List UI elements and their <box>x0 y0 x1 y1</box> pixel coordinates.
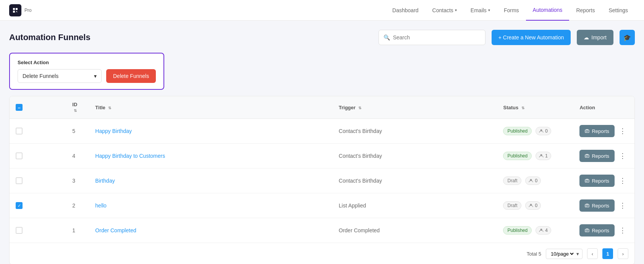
id-sort-icon: ⇅ <box>74 109 77 113</box>
total-label: Total 5 <box>527 251 541 257</box>
page-size-select[interactable]: 10/page 20/page 50/page <box>549 251 575 257</box>
row-status-cell: Published 4 <box>497 218 573 243</box>
status-badge: Published <box>503 152 532 160</box>
next-page-button[interactable]: › <box>618 248 628 259</box>
status-badge: Published <box>503 127 532 135</box>
row-title: Happy Birthday to Customers <box>89 144 332 168</box>
th-status: Status ⇅ <box>497 96 573 119</box>
row-checkbox-cell <box>10 193 66 218</box>
create-automation-button[interactable]: + Create a New Automation <box>492 30 571 45</box>
pagination-bar: Total 5 10/page 20/page 50/page ▾ ‹ 1 › <box>10 243 634 264</box>
logo-area: Pro <box>9 4 32 16</box>
status-badge: Published <box>503 226 532 235</box>
main-content: Automation Funnels 🔍 + Create a New Auto… <box>0 21 644 264</box>
row-status-cell: Published 1 <box>497 144 573 168</box>
row-trigger: List Applied <box>333 193 497 218</box>
action-select[interactable]: Delete Funnels <box>23 73 91 79</box>
nav-emails[interactable]: Emails ▾ <box>464 0 497 21</box>
row-title: Happy Birthday <box>89 119 332 144</box>
contacts-caret: ▾ <box>455 8 457 12</box>
page-header: Automation Funnels 🔍 + Create a New Auto… <box>9 30 635 45</box>
search-input[interactable] <box>393 34 481 40</box>
subscriber-badge: 0 <box>525 177 541 185</box>
reports-button[interactable]: Reports <box>579 224 615 236</box>
more-options-button[interactable]: ⋮ <box>617 225 628 236</box>
status-badge: Draft <box>503 201 521 210</box>
subscriber-badge: 4 <box>536 226 551 235</box>
row-id: 3 <box>66 168 89 193</box>
th-title: Title ⇅ <box>89 96 332 119</box>
funnels-table: ID ⇅ Title ⇅ Trigger ⇅ Status ⇅ Action <box>10 96 634 243</box>
logo-icon <box>9 4 21 16</box>
funnels-table-container: ID ⇅ Title ⇅ Trigger ⇅ Status ⇅ Action <box>9 96 635 264</box>
more-options-button[interactable]: ⋮ <box>617 175 628 186</box>
import-button[interactable]: ☁ Import <box>577 30 613 45</box>
nav-settings[interactable]: Settings <box>602 0 635 21</box>
row-checkbox[interactable] <box>16 152 23 159</box>
select-caret-icon: ▾ <box>94 73 97 79</box>
prev-page-button[interactable]: ‹ <box>587 248 598 259</box>
reports-button[interactable]: Reports <box>579 125 615 137</box>
nav-reports[interactable]: Reports <box>569 0 602 21</box>
table-row: 4 Happy Birthday to Customers Contact's … <box>10 144 634 168</box>
row-checkbox-cell <box>10 144 66 168</box>
reports-button[interactable]: Reports <box>579 175 615 187</box>
title-sort-icon: ⇅ <box>108 106 111 110</box>
table-wrap: ID ⇅ Title ⇅ Trigger ⇅ Status ⇅ Action <box>10 96 634 243</box>
more-options-button[interactable]: ⋮ <box>617 150 628 162</box>
funnel-title-link[interactable]: Happy Birthday <box>95 128 132 134</box>
row-action-cell: Reports ⋮ <box>573 218 634 243</box>
select-action-label: Select Action <box>18 60 156 65</box>
page-size-select-wrapper: 10/page 20/page 50/page ▾ <box>546 249 583 259</box>
th-action: Action <box>573 96 634 119</box>
row-checkbox[interactable] <box>16 177 23 184</box>
row-status-cell: Published 0 <box>497 119 573 144</box>
page-title: Automation Funnels <box>9 32 372 42</box>
row-status-cell: Draft 0 <box>497 168 573 193</box>
graduation-icon-button[interactable]: 🎓 <box>620 30 635 45</box>
funnel-title-link[interactable]: Happy Birthday to Customers <box>95 153 165 159</box>
row-trigger: Contact's Birthday <box>333 119 497 144</box>
trigger-sort-icon: ⇅ <box>358 106 361 110</box>
row-trigger: Contact's Birthday <box>333 168 497 193</box>
row-id: 1 <box>66 218 89 243</box>
row-id: 4 <box>66 144 89 168</box>
more-options-button[interactable]: ⋮ <box>617 125 628 137</box>
funnel-title-link[interactable]: Birthday <box>95 178 115 184</box>
current-page-number: 1 <box>602 248 613 259</box>
subscriber-badge: 0 <box>525 201 541 210</box>
delete-funnels-button[interactable]: Delete Funnels <box>106 69 156 83</box>
table-row: 5 Happy Birthday Contact's Birthday Publ… <box>10 119 634 144</box>
row-checkbox[interactable] <box>16 202 23 209</box>
search-icon: 🔍 <box>383 34 390 40</box>
status-sort-icon: ⇅ <box>521 106 524 110</box>
row-action-cell: Reports ⋮ <box>573 193 634 218</box>
nav-links: Dashboard Contacts ▾ Emails ▾ Forms Auto… <box>385 0 635 20</box>
nav-contacts[interactable]: Contacts ▾ <box>426 0 464 21</box>
table-body: 5 Happy Birthday Contact's Birthday Publ… <box>10 119 634 243</box>
row-checkbox[interactable] <box>16 128 23 134</box>
reports-button[interactable]: Reports <box>579 150 615 162</box>
more-options-button[interactable]: ⋮ <box>617 200 628 211</box>
reports-button[interactable]: Reports <box>579 199 615 212</box>
table-row: 2 hello List Applied Draft 0 Reports ⋮ <box>10 193 634 218</box>
search-box: 🔍 <box>379 30 485 45</box>
nav-forms[interactable]: Forms <box>497 0 526 21</box>
nav-dashboard[interactable]: Dashboard <box>385 0 426 21</box>
row-action-cell: Reports ⋮ <box>573 119 634 144</box>
funnel-title-link[interactable]: hello <box>95 202 107 209</box>
table-row: 1 Order Completed Order Completed Publis… <box>10 218 634 243</box>
th-trigger: Trigger ⇅ <box>333 96 497 119</box>
status-badge: Draft <box>503 177 521 185</box>
select-action-box: Select Action Delete Funnels ▾ Delete Fu… <box>9 53 164 90</box>
row-status-cell: Draft 0 <box>497 193 573 218</box>
row-trigger: Contact's Birthday <box>333 144 497 168</box>
cloud-icon: ☁ <box>584 34 589 40</box>
action-select-wrapper: Delete Funnels ▾ <box>18 69 102 83</box>
select-all-checkbox[interactable] <box>16 104 23 111</box>
row-checkbox[interactable] <box>16 227 23 234</box>
funnel-title-link[interactable]: Order Completed <box>95 227 136 233</box>
row-checkbox-cell <box>10 218 66 243</box>
nav-automations[interactable]: Automations <box>526 0 570 21</box>
subscriber-badge: 1 <box>536 152 551 160</box>
